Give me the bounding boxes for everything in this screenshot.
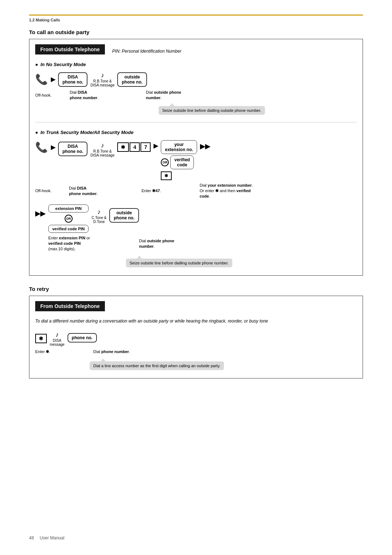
mode-divider — [35, 122, 357, 122]
rbtone-label: R.B.Tone & — [93, 79, 112, 83]
extension-pin-box: extension PIN — [48, 204, 89, 212]
music-note-2: ♪ — [101, 142, 104, 149]
retry-disa-group: ♪ DISA message — [50, 331, 65, 347]
trunk-labels-2: Enter extension PIN orverified code PIN(… — [35, 235, 357, 251]
retry-phone-box: phone no. — [68, 333, 97, 343]
label-enter-star: Enter ✱. — [35, 349, 64, 354]
retry-callout-wrap: Dial a line access number as the first d… — [90, 358, 357, 370]
music-note-1: ♪ — [101, 72, 104, 79]
star47-keys: ✱ 4 7 — [117, 142, 151, 152]
trunk-labels-1: Off-hook. Dial DISAphone number. Enter ✱… — [35, 182, 357, 199]
star-key-row: ✱ — [161, 171, 172, 180]
no-security-callout: Seize outside line before dialling outsi… — [159, 106, 265, 115]
page-footer: 48 User Manual — [29, 535, 64, 540]
retry-callout: Dial a line access number as the first d… — [90, 361, 224, 370]
ctone-group: ♪ C.Tone & D.Tone — [91, 208, 106, 224]
verified-code-box: verified code — [170, 155, 194, 169]
arrow3: ▶ — [154, 142, 158, 149]
pin-boxes: extension PIN OR verified code PIN — [48, 204, 89, 233]
double-arrow-1: ▶▶ — [200, 142, 210, 150]
section-header-text: 1.2 Making Calls — [29, 18, 60, 22]
label-dial-ext: Dial your extension number.Or enter ✱ an… — [200, 182, 272, 199]
phone-icon: 📞 — [35, 74, 48, 85]
outside-phone-box-2: outside phone no. — [109, 208, 139, 223]
key-star: ✱ — [117, 142, 129, 152]
disa-phone-box: DISA phone no. — [58, 72, 87, 87]
from-outside-telephone-header: From Outside Telephone — [35, 44, 105, 54]
no-security-flow-row: 📞 ▶ DISA phone no. ♪ R.B.Tone & DISA mes… — [35, 72, 357, 87]
retry-labels: Enter ✱. Dial phone number. — [35, 349, 357, 354]
rbtone-group-2: ♪ R.B.Tone & DISA message — [90, 142, 114, 157]
label-dial-outside-2: Dial outside phonenumber. — [139, 238, 197, 249]
retry-box-header-row: From Outside Telephone — [35, 301, 357, 315]
pin-note: PIN: Personal Identification Number — [112, 49, 181, 54]
or-verified-row: OR verified code — [161, 155, 194, 169]
double-arrow-2: ▶▶ — [35, 210, 45, 218]
retry-from-outside-header: From Outside Telephone — [35, 301, 105, 311]
trunk-security-mode-label: In Trunk Security Mode/All Security Mode — [35, 130, 357, 135]
retry-star-key: ✱ — [35, 334, 47, 343]
phone-icon-2: 📞 — [35, 142, 48, 153]
label-dial-disa: Dial DISAphone number. — [70, 89, 113, 100]
your-extension-box: your extension no. — [161, 140, 197, 154]
trunk-security-callout: Seize outside line before dialling outsi… — [126, 259, 232, 267]
rbtone-group: ♪ R.B.Tone & DISA message — [90, 72, 114, 87]
box-header-row: From Outside Telephone PIN: Personal Ide… — [35, 44, 357, 58]
disa-message-label: DISA message — [90, 83, 114, 87]
manual-label: User Manual — [40, 535, 64, 540]
no-security-labels: Off-hook. Dial DISAphone number. Dial ou… — [35, 89, 357, 100]
verified-code-pin-box: verified code PIN — [48, 225, 89, 233]
section-header: 1.2 Making Calls — [29, 15, 363, 23]
retry-diagram-box: From Outside Telephone To dial a differe… — [29, 296, 363, 378]
label-enter-pin: Enter extension PIN orverified code PIN(… — [48, 235, 110, 251]
outside-phone-box: outside phone no. — [117, 72, 147, 87]
arrow2: ▶ — [51, 144, 55, 151]
music-note-3: ♪ — [97, 208, 101, 216]
label-offhook: Off-hook. — [35, 92, 55, 98]
arrow1: ▶ — [51, 76, 55, 83]
label-enter-star47: Enter ✱47. — [142, 188, 185, 193]
key-4: 4 — [130, 142, 140, 152]
disa-phone-box-2: DISA phone no. — [58, 142, 87, 156]
label-dial-outside: Dial outside phonenumber. — [146, 89, 204, 100]
no-security-mode-label: In No Security Mode — [35, 62, 357, 67]
call-outside-diagram-box: From Outside Telephone PIN: Personal Ide… — [29, 39, 363, 276]
page-number: 48 — [29, 535, 34, 540]
call-outside-title: To call an outside party — [29, 29, 363, 35]
trunk-security-flow-row-2: ▶▶ extension PIN OR verified code PIN ♪ … — [35, 202, 357, 233]
trunk-security-callout-wrap: Seize outside line before dialling outsi… — [126, 255, 357, 267]
ext-or-group: your extension no. OR verified code ✱ — [161, 140, 197, 180]
key-7: 7 — [140, 142, 151, 152]
label-dial-disa-2: Dial DISAphone number. — [69, 185, 120, 196]
retry-flow-row: ✱ ♪ DISA message phone no. — [35, 329, 357, 347]
trunk-security-flow-row-1: 📞 ▶ DISA phone no. ♪ R.B.Tone & DISA mes… — [35, 139, 357, 180]
label-offhook-2: Off-hook. — [35, 188, 55, 193]
no-security-callout-wrap: Seize outside line before dialling outsi… — [159, 102, 357, 115]
or-circle-2: OR — [65, 215, 73, 223]
retry-title: To retry — [29, 286, 363, 292]
or-circle-1: OR — [161, 158, 169, 166]
key-star-2: ✱ — [161, 171, 172, 180]
music-note-4: ♪ — [56, 331, 59, 339]
retry-description: To dial a different number during a conv… — [35, 319, 357, 324]
label-dial-phone-number: Dial phone number. — [93, 349, 159, 354]
